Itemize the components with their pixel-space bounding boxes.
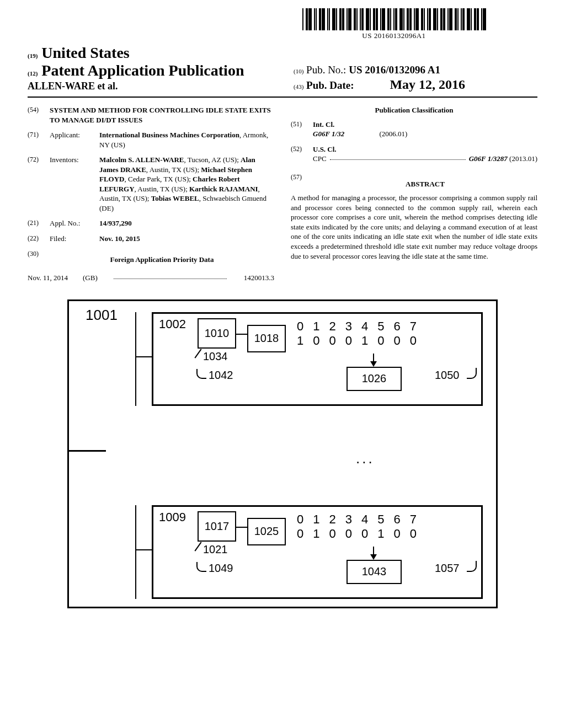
patent-figure: 1001 1002 1010 1018 1034 1042 01234567 1… bbox=[67, 299, 498, 608]
intcl-date: (2006.01) bbox=[379, 130, 407, 138]
foreign-priority-heading: Foreign Application Priority Data bbox=[50, 255, 274, 265]
fig-bit-cell: 2 bbox=[329, 319, 336, 334]
f22-num: (22) bbox=[28, 234, 50, 244]
publication-type: Patent Application Publication bbox=[41, 62, 244, 79]
patent-header: (19) United States (12) Patent Applicati… bbox=[28, 44, 537, 92]
arrow-down-icon bbox=[373, 354, 374, 366]
fig-bit-cell: 7 bbox=[410, 512, 417, 527]
cpc-code: G06F 1/3287 bbox=[469, 154, 508, 163]
pubno-value: US 2016/0132096 A1 bbox=[349, 64, 440, 76]
fig-label-1002: 1002 bbox=[159, 317, 186, 331]
f21-label: Appl. No.: bbox=[50, 218, 99, 228]
fig-pointer-line bbox=[467, 561, 477, 572]
fig-connector-line bbox=[135, 549, 152, 550]
line12-prefix: (12) bbox=[28, 70, 38, 77]
fig-bit-cell: 3 bbox=[345, 319, 352, 334]
f57-num: (57) bbox=[291, 173, 313, 194]
fig-pointer-line bbox=[196, 562, 206, 572]
fig-bit-cell: 0 bbox=[297, 319, 303, 334]
fig-edge-connector bbox=[67, 450, 106, 452]
fig-bit-cell: 6 bbox=[394, 512, 401, 527]
cpc-label: CPC bbox=[313, 154, 327, 164]
f54-num: (54) bbox=[28, 105, 50, 125]
fig-box-1025: 1025 bbox=[247, 518, 286, 545]
fig-box-1043: 1043 bbox=[347, 560, 402, 584]
fig-bit-table-top: 01234567 10001000 bbox=[297, 319, 417, 348]
fig-bit-cell: 1 bbox=[361, 334, 368, 348]
dotted-leader bbox=[330, 154, 466, 160]
filed-date: Nov. 10, 2015 bbox=[99, 234, 274, 244]
fig-ellipsis: ... bbox=[356, 450, 375, 467]
fig-bit-cell: 4 bbox=[361, 319, 368, 334]
fig-label-1042: 1042 bbox=[209, 369, 233, 382]
pubno-label: Pub. No.: bbox=[306, 64, 346, 76]
line19-prefix: (19) bbox=[28, 52, 38, 59]
fig-label-1009: 1009 bbox=[159, 510, 186, 524]
inventors-list: Malcolm S. ALLEN-WARE, Tucson, AZ (US); … bbox=[99, 155, 274, 213]
fig-bit-cell: 0 bbox=[377, 334, 384, 348]
f71-num: (71) bbox=[28, 130, 50, 149]
country-name: United States bbox=[41, 44, 129, 61]
fig-box-1018: 1018 bbox=[247, 325, 286, 352]
bibliographic-columns: (54) SYSTEM AND METHOD FOR CONTROLLING I… bbox=[28, 105, 537, 283]
fig-bit-cell: 1 bbox=[377, 527, 384, 541]
fig-bit-cell: 0 bbox=[410, 527, 417, 541]
header-rule bbox=[28, 97, 537, 98]
fig-bus-line bbox=[135, 505, 136, 599]
fig-label-1049: 1049 bbox=[209, 562, 233, 575]
fig-bit-cell: 0 bbox=[361, 527, 368, 541]
fig-bit-cell: 0 bbox=[394, 334, 401, 348]
fig-bit-cell: 0 bbox=[345, 527, 352, 541]
fig-bit-cell: 6 bbox=[394, 319, 401, 334]
classification-heading: Publication Classification bbox=[291, 105, 537, 115]
fig-pointer-line bbox=[467, 368, 477, 379]
fig-label-1001: 1001 bbox=[86, 307, 118, 324]
fig-bus-line bbox=[135, 312, 136, 406]
fig-label-1057: 1057 bbox=[435, 562, 460, 575]
f72-label: Inventors: bbox=[50, 155, 99, 213]
fig-bit-cell: 0 bbox=[297, 527, 303, 541]
cpc-date: (2013.01) bbox=[509, 154, 537, 163]
abstract-heading: ABSTRACT bbox=[313, 179, 537, 189]
left-column: (54) SYSTEM AND METHOD FOR CONTROLLING I… bbox=[28, 105, 274, 283]
pubdate-value: May 12, 2016 bbox=[390, 77, 465, 92]
applicant-name: International Business Machines Corporat… bbox=[99, 131, 239, 139]
fig-connector-line bbox=[135, 356, 152, 357]
f51-num: (51) bbox=[291, 120, 313, 139]
foreign-country: (GB) bbox=[83, 273, 110, 283]
authors-line: ALLEN-WARE et al. bbox=[28, 81, 282, 92]
foreign-priority-row: Nov. 11, 2014 (GB) 1420013.3 bbox=[28, 273, 274, 283]
fig-bit-cell: 0 bbox=[313, 334, 319, 348]
f72-num: (72) bbox=[28, 155, 50, 213]
fig-box-1026: 1026 bbox=[347, 367, 402, 391]
fig-bit-cell: 1 bbox=[313, 512, 319, 527]
fig-bit-cell: 0 bbox=[410, 334, 417, 348]
fig-unit-bottom: 1009 1017 1025 1021 1049 01234567 010001… bbox=[152, 505, 483, 599]
abstract-text: A method for managing a processor, the p… bbox=[291, 193, 537, 261]
f30-num: (30) bbox=[28, 249, 50, 268]
barcode-number: US 20160132096A1 bbox=[289, 31, 499, 40]
f71-label: Applicant: bbox=[50, 130, 99, 149]
line10-prefix: (10) bbox=[294, 68, 303, 74]
right-column: Publication Classification (51) Int. Cl.… bbox=[291, 105, 537, 283]
fig-bit-cell: 1 bbox=[297, 334, 303, 348]
pubdate-label: Pub. Date: bbox=[306, 79, 354, 91]
barcode-block: US 20160132096A1 bbox=[289, 8, 499, 40]
fig-bit-cell: 5 bbox=[377, 512, 384, 527]
fig-bit-cell: 0 bbox=[329, 334, 336, 348]
fig-bit-cell: 7 bbox=[410, 319, 417, 334]
foreign-app-number: 1420013.3 bbox=[230, 273, 274, 283]
intcl-label: Int. Cl. bbox=[313, 120, 537, 130]
fig-bit-cell: 3 bbox=[345, 512, 352, 527]
invention-title: SYSTEM AND METHOD FOR CONTROLLING IDLE S… bbox=[50, 105, 274, 125]
fig-label-1034: 1034 bbox=[203, 350, 228, 363]
line43-prefix: (43) bbox=[294, 83, 303, 90]
foreign-date: Nov. 11, 2014 bbox=[28, 273, 83, 283]
fig-bit-cell: 1 bbox=[313, 527, 319, 541]
fig-bit-cell: 0 bbox=[329, 527, 336, 541]
fig-pointer-line bbox=[196, 369, 206, 379]
arrow-down-icon bbox=[373, 547, 374, 559]
fig-box-1010: 1010 bbox=[198, 318, 236, 349]
fig-box-1017: 1017 bbox=[198, 511, 236, 542]
dotted-leader bbox=[114, 273, 227, 279]
